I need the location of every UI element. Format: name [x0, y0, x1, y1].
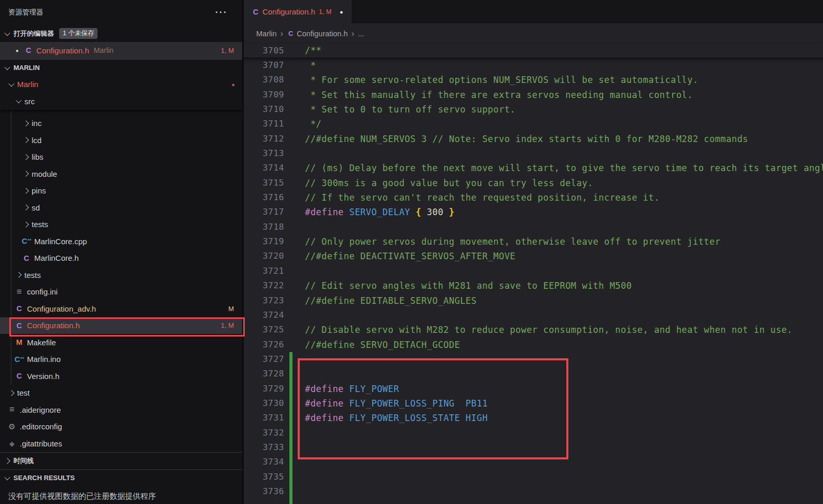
breadcrumb-item-symbol[interactable]: ...	[358, 30, 364, 38]
breadcrumb-item-folder[interactable]: Marlin	[256, 30, 276, 38]
code-line[interactable]: 3726 //#define SERVO_DETACH_GCODE	[244, 338, 823, 352]
breadcrumb-item-file[interactable]: Configuration.h	[297, 30, 347, 38]
code-line-text: //#define SERVO_DETACH_GCODE	[284, 338, 460, 352]
line-number[interactable]: 3724	[244, 308, 284, 323]
line-number[interactable]: 3710	[244, 102, 284, 117]
code-line[interactable]: 3724	[244, 308, 823, 323]
tree-item-libs[interactable]: libs	[0, 149, 242, 166]
line-number[interactable]: 3720	[244, 249, 284, 263]
tree-item-inc[interactable]: inc	[0, 115, 242, 132]
code-line[interactable]: 3717 #define SERVO_DELAY { 300 }	[244, 205, 823, 219]
tree-item-configuration-adv-h[interactable]: C Configuration_adv.h M	[0, 300, 242, 317]
code-line[interactable]: 3710 * Set to 0 to turn off servo suppor…	[244, 102, 823, 117]
tree-item-lcd[interactable]: lcd	[0, 132, 242, 149]
code-line-text: *	[284, 58, 316, 73]
code-line[interactable]: 3709 * Set this manually if there are ex…	[244, 88, 823, 102]
code-line[interactable]: 3707 *	[244, 58, 823, 73]
workspace-section-header[interactable]: MARLIN	[0, 59, 242, 76]
open-editors-section-header[interactable]: 打开的编辑器 1 个未保存	[0, 25, 242, 42]
line-number[interactable]: 3709	[244, 88, 284, 102]
open-editor-description: Marlin	[94, 46, 114, 54]
code-line[interactable]: 3735	[244, 470, 823, 484]
tree-item-module[interactable]: module	[0, 165, 242, 183]
line-number[interactable]: 3713	[244, 146, 284, 161]
line-number[interactable]: 3726	[244, 338, 284, 352]
code-token: // Edit servo angles with M281 and save …	[305, 281, 632, 291]
line-number[interactable]: 3732	[244, 426, 284, 440]
tree-item-pins[interactable]: pins	[0, 183, 242, 200]
dirty-dot-icon[interactable]: ●	[16, 48, 19, 53]
list-file-icon: ≡	[7, 404, 17, 415]
unsaved-dot-icon[interactable]: ●	[340, 9, 343, 15]
line-number[interactable]: 3734	[244, 455, 284, 469]
git-added-gutter-bar	[289, 352, 292, 504]
line-number[interactable]: 3718	[244, 220, 284, 234]
tree-item-marlincore-h[interactable]: C MarlinCore.h	[0, 250, 242, 267]
code-token: 300	[427, 207, 443, 217]
tree-item-tests[interactable]: tests	[0, 267, 242, 284]
tree-item-marlin[interactable]: Marlin ●	[0, 76, 242, 93]
tree-item-config-ini[interactable]: ≡ config.ini	[0, 284, 242, 301]
more-actions-icon[interactable]: ···	[215, 7, 228, 18]
sidebar-header: 资源管理器 ···	[0, 0, 242, 25]
line-number[interactable]: 3723	[244, 293, 284, 308]
line-number[interactable]: 3728	[244, 367, 284, 381]
line-number[interactable]: 3707	[244, 58, 284, 73]
line-number[interactable]: 3727	[244, 352, 284, 367]
tree-item-gitattributes[interactable]: ◆ .gitattributes	[0, 435, 242, 452]
code-line[interactable]: 3708 * For some servo-related options NU…	[244, 73, 823, 87]
c-file-icon: C	[24, 46, 33, 54]
code-line[interactable]: 3722 // Edit servo angles with M281 and …	[244, 278, 823, 293]
line-number[interactable]: 3733	[244, 440, 284, 455]
line-number[interactable]: 3725	[244, 323, 284, 337]
code-line[interactable]: 3723 //#define EDITABLE_SERVO_ANGLES	[244, 293, 823, 308]
tree-item-editorconfig[interactable]: ⚙ .editorconfig	[0, 418, 242, 436]
c-file-icon: C	[22, 254, 31, 262]
code-line[interactable]: 3721	[244, 264, 823, 278]
line-number[interactable]: 3715	[244, 176, 284, 190]
line-number[interactable]: 3735	[244, 470, 284, 484]
tree-item-tests[interactable]: tests	[0, 216, 242, 233]
sticky-scroll-line[interactable]: 3705 /**	[244, 44, 823, 59]
line-number[interactable]: 3714	[244, 161, 284, 175]
code-line[interactable]: 3711 */	[244, 117, 823, 131]
code-line[interactable]: 3713	[244, 146, 823, 161]
code-line[interactable]: 3719 // Only power servos during movemen…	[244, 234, 823, 249]
search-results-section-header[interactable]: SEARCH RESULTS	[0, 469, 242, 486]
code-line-text	[284, 470, 305, 484]
timeline-section-header[interactable]: 时间线	[0, 452, 242, 469]
tab-configuration-h[interactable]: C Configuration.h 1, M ●	[244, 0, 352, 23]
code-line[interactable]: 3712 //#define NUM_SERVOS 3 // Note: Ser…	[244, 132, 823, 146]
line-number[interactable]: 3712	[244, 132, 284, 146]
tree-item-aiderignore[interactable]: ≡ .aiderignore	[0, 401, 242, 418]
line-number[interactable]: 3721	[244, 264, 284, 278]
tree-item-src[interactable]: src	[0, 93, 242, 110]
tree-item-marlincore-cpp[interactable]: C MarlinCore.cpp	[0, 233, 242, 250]
vscode-window: 资源管理器 ··· 打开的编辑器 1 个未保存 ● C Configuratio…	[0, 0, 823, 504]
code-line[interactable]: 3715 // 300ms is a good value but you ca…	[244, 176, 823, 190]
code-line[interactable]: 3714 // (ms) Delay before the next move …	[244, 161, 823, 175]
line-number[interactable]: 3722	[244, 278, 284, 293]
code-line[interactable]: 3716 // If the servo can't reach the req…	[244, 190, 823, 205]
code-token: }	[443, 207, 454, 217]
code-line[interactable]: 3725 // Disable servo with M282 to reduc…	[244, 323, 823, 337]
line-number[interactable]: 3716	[244, 190, 284, 205]
open-editor-item-configuration-h[interactable]: ● C Configuration.h Marlin 1, M	[0, 42, 242, 59]
line-number[interactable]: 3717	[244, 205, 284, 219]
tree-item-label: MarlinCore.h	[34, 254, 79, 262]
code-line[interactable]: 3736	[244, 484, 823, 499]
tree-item-version-h[interactable]: C Version.h	[0, 368, 242, 385]
line-number[interactable]: 3708	[244, 73, 284, 87]
line-number[interactable]: 3711	[244, 117, 284, 131]
code-line[interactable]: 3720 //#define DEACTIVATE_SERVOS_AFTER_M…	[244, 249, 823, 263]
line-number[interactable]: 3729	[244, 382, 284, 396]
tree-item-hal[interactable]: HAL	[0, 110, 242, 115]
tree-item-marlin-ino[interactable]: C Marlin.ino	[0, 351, 242, 368]
code-line[interactable]: 3718	[244, 220, 823, 234]
line-number[interactable]: 3730	[244, 396, 284, 411]
line-number[interactable]: 3731	[244, 411, 284, 425]
tree-item-test[interactable]: test	[0, 385, 242, 402]
tree-item-sd[interactable]: sd	[0, 199, 242, 216]
line-number[interactable]: 3719	[244, 234, 284, 249]
line-number[interactable]: 3736	[244, 484, 284, 499]
